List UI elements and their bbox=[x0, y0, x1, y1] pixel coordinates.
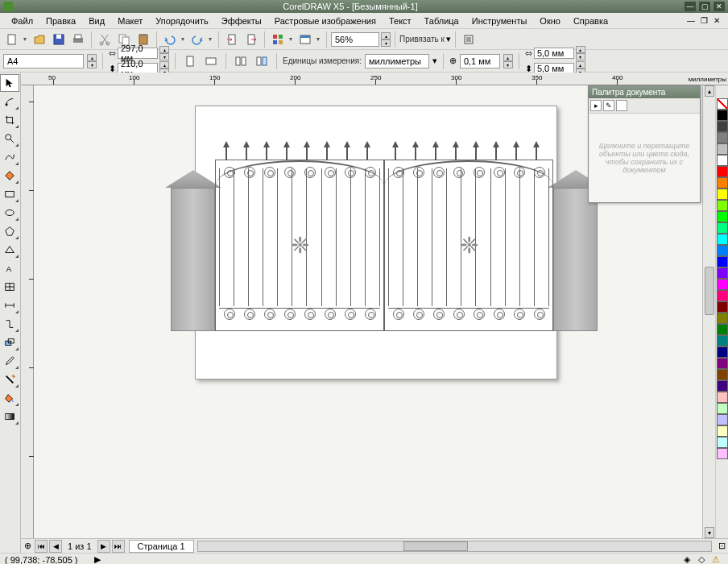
tool-polygon[interactable] bbox=[0, 222, 19, 240]
menu-layout[interactable]: Макет bbox=[111, 16, 149, 26]
options-button[interactable] bbox=[460, 31, 478, 48]
color-swatch[interactable] bbox=[717, 369, 728, 380]
color-swatch[interactable] bbox=[717, 267, 728, 279]
tool-ellipse[interactable] bbox=[0, 204, 19, 222]
paper-size-select[interactable]: A4 bbox=[3, 54, 84, 68]
last-page-button[interactable]: ⏭ bbox=[112, 540, 125, 553]
color-swatch[interactable] bbox=[717, 358, 728, 369]
docker-menu-button[interactable]: ▸ bbox=[590, 100, 602, 111]
tool-shape[interactable] bbox=[0, 93, 19, 110]
color-swatch[interactable] bbox=[717, 211, 728, 222]
menu-text[interactable]: Текст bbox=[383, 16, 418, 26]
document-palette-docker[interactable]: Палитра документа ▸ ✎ Щелкните и перетащ… bbox=[588, 85, 701, 203]
menu-file[interactable]: Файл bbox=[5, 16, 39, 26]
menu-tools[interactable]: Инструменты bbox=[465, 16, 534, 26]
new-dropdown[interactable]: ▾ bbox=[21, 31, 29, 48]
color-swatch[interactable] bbox=[717, 121, 728, 132]
color-swatch[interactable] bbox=[717, 313, 728, 324]
color-swatch[interactable] bbox=[717, 177, 728, 189]
color-swatch[interactable] bbox=[717, 324, 728, 335]
dup-x-field[interactable]: 5,0 мм bbox=[534, 48, 574, 59]
welcome-button[interactable] bbox=[296, 31, 314, 48]
scroll-up-button[interactable]: ▴ bbox=[705, 85, 714, 97]
export-button[interactable] bbox=[242, 31, 260, 48]
docker-title[interactable]: Палитра документа bbox=[589, 86, 700, 98]
hscroll-thumb[interactable] bbox=[403, 541, 468, 551]
menu-help[interactable]: Справка bbox=[567, 16, 614, 26]
color-swatch[interactable] bbox=[717, 335, 728, 346]
color-swatch[interactable] bbox=[717, 110, 728, 121]
zoom-field[interactable]: 56% bbox=[331, 32, 379, 47]
prev-page-button[interactable]: ◀ bbox=[49, 540, 62, 553]
menu-window[interactable]: Окно bbox=[533, 16, 567, 26]
menu-arrange[interactable]: Упорядочить bbox=[149, 16, 214, 26]
color-swatch[interactable] bbox=[717, 222, 728, 234]
menu-edit[interactable]: Правка bbox=[39, 16, 82, 26]
maximize-button[interactable]: ▢ bbox=[699, 2, 710, 11]
color-swatch[interactable] bbox=[717, 245, 728, 256]
menu-view[interactable]: Вид bbox=[82, 16, 111, 26]
app-launcher-dropdown[interactable]: ▾ bbox=[287, 31, 295, 48]
zoom-down[interactable]: ▾ bbox=[381, 39, 391, 47]
app-launcher-button[interactable] bbox=[269, 31, 287, 48]
tool-fill[interactable] bbox=[0, 389, 19, 407]
save-button[interactable] bbox=[50, 31, 68, 48]
tool-eyedropper[interactable] bbox=[0, 352, 19, 370]
color-swatch[interactable] bbox=[717, 166, 728, 177]
outline-indicator-icon[interactable]: ◇ bbox=[696, 554, 707, 565]
tool-crop[interactable] bbox=[0, 111, 19, 129]
color-swatch[interactable] bbox=[717, 155, 728, 166]
current-page-button[interactable] bbox=[253, 52, 271, 70]
vertical-ruler[interactable] bbox=[21, 85, 34, 538]
color-swatch[interactable] bbox=[717, 392, 728, 403]
color-swatch[interactable] bbox=[717, 414, 728, 425]
color-swatch[interactable] bbox=[717, 143, 728, 155]
scroll-down-button[interactable]: ▾ bbox=[705, 527, 714, 538]
gate-artwork[interactable]: ❈ ❈ bbox=[171, 150, 598, 331]
tool-connector[interactable] bbox=[0, 315, 19, 333]
next-page-button[interactable]: ▶ bbox=[97, 540, 110, 553]
snap-dropdown[interactable]: ▾ bbox=[446, 34, 451, 44]
menu-table[interactable]: Таблица bbox=[418, 16, 465, 26]
units-select[interactable]: миллиметры bbox=[365, 54, 429, 68]
page-width-field[interactable]: 297,0 мм bbox=[118, 48, 158, 59]
color-swatch[interactable] bbox=[717, 132, 728, 143]
tool-dimension[interactable] bbox=[0, 297, 19, 314]
page-tab[interactable]: Страница 1 bbox=[129, 540, 194, 553]
tool-interactive-fill[interactable] bbox=[0, 408, 19, 425]
color-swatch[interactable] bbox=[717, 346, 728, 358]
color-swatch[interactable] bbox=[717, 189, 728, 200]
landscape-button[interactable] bbox=[202, 52, 220, 70]
mdi-restore-button[interactable]: ❐ bbox=[697, 15, 710, 27]
color-swatch[interactable] bbox=[717, 279, 728, 290]
zoom-up[interactable]: ▴ bbox=[381, 32, 391, 39]
color-swatch[interactable] bbox=[717, 234, 728, 245]
color-swatch[interactable] bbox=[717, 200, 728, 211]
tool-pick[interactable] bbox=[0, 74, 19, 92]
no-fill-swatch[interactable] bbox=[717, 98, 728, 110]
vertical-scrollbar[interactable]: ▴ ▾ bbox=[702, 85, 715, 538]
portrait-button[interactable] bbox=[181, 52, 199, 70]
warning-icon[interactable]: ⚠ bbox=[710, 554, 722, 565]
tool-outline[interactable] bbox=[0, 371, 19, 388]
undo-dropdown[interactable]: ▾ bbox=[179, 31, 187, 48]
color-swatch[interactable] bbox=[717, 425, 728, 437]
add-page-icon[interactable]: ⊕ bbox=[21, 540, 34, 553]
eyedropper-icon[interactable]: ✎ bbox=[603, 100, 614, 111]
redo-button[interactable] bbox=[188, 31, 206, 48]
first-page-button[interactable]: ⏮ bbox=[35, 540, 48, 553]
import-button[interactable] bbox=[223, 31, 241, 48]
horizontal-ruler[interactable]: миллиметры 50100150200250300350400 bbox=[21, 73, 728, 85]
tool-interactive[interactable] bbox=[0, 334, 19, 351]
vscroll-thumb[interactable] bbox=[705, 267, 714, 315]
color-swatch[interactable] bbox=[717, 380, 728, 392]
tool-table[interactable] bbox=[0, 278, 19, 296]
menu-effects[interactable]: Эффекты bbox=[215, 16, 268, 26]
tool-text[interactable]: A bbox=[0, 259, 19, 277]
color-swatch[interactable] bbox=[717, 403, 728, 414]
menu-bitmaps[interactable]: Растровые изображения bbox=[268, 16, 383, 26]
new-button[interactable] bbox=[3, 31, 21, 48]
print-button[interactable] bbox=[69, 31, 87, 48]
mdi-minimize-button[interactable]: — bbox=[685, 15, 697, 27]
color-swatch[interactable] bbox=[717, 437, 728, 448]
